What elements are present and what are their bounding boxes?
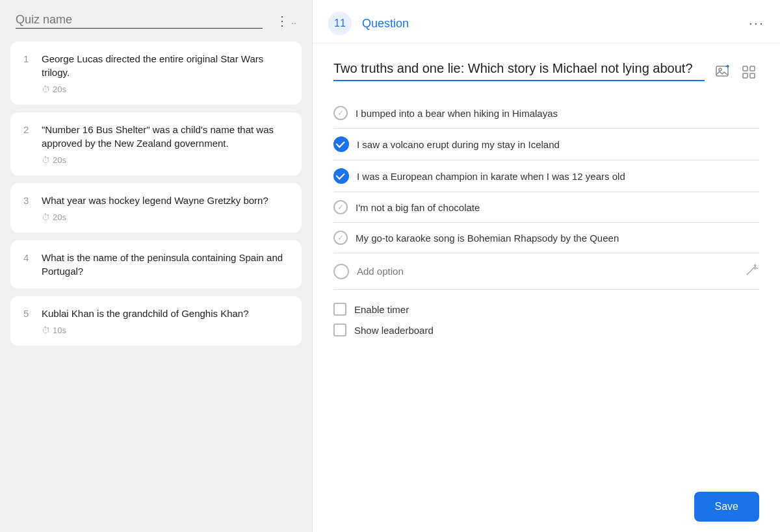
question-number-4: 4 [23, 252, 34, 263]
enable-timer-label: Enable timer [354, 304, 409, 315]
question-number-3: 3 [23, 195, 34, 206]
grid-icon[interactable] [738, 62, 759, 82]
timer-value-2: 20s [53, 155, 66, 165]
image-upload-icon[interactable] [712, 62, 733, 82]
svg-rect-5 [750, 73, 755, 78]
question-card-5[interactable]: 5 Kublai Khan is the grandchild of Gengh… [10, 296, 302, 346]
add-option-input[interactable] [357, 266, 737, 277]
check-mark-1: ✓ [337, 108, 344, 118]
question-text-5: Kublai Khan is the grandchild of Genghis… [42, 307, 249, 320]
svg-rect-3 [750, 66, 755, 71]
show-leaderboard-checkbox[interactable] [333, 323, 346, 336]
save-button[interactable]: Save [694, 492, 759, 522]
timer-value-1: 20s [53, 84, 66, 94]
svg-point-1 [719, 68, 722, 71]
question-header: 11 Question ··· [313, 0, 780, 44]
dots-extra: .. [291, 16, 296, 26]
question-card-4[interactable]: 4 What is the name of the peninsula cont… [10, 240, 302, 288]
svg-line-6 [747, 268, 754, 275]
question-card-3[interactable]: 3 What year was hockey legend Wayne Gret… [10, 183, 302, 233]
quiz-name-input[interactable] [16, 13, 263, 29]
three-dots-icon[interactable]: ⋮ [276, 13, 289, 29]
timer-icon-3: ⏱ [42, 212, 50, 222]
magic-wand-icon[interactable] [745, 262, 759, 280]
question-text-2: "Number 16 Bus Shelter" was a child's na… [42, 123, 289, 150]
option-row-2[interactable]: I saw a volcano erupt during my stay in … [333, 129, 759, 160]
right-panel: 11 Question ··· [312, 0, 780, 532]
header-menu-icon[interactable]: ··· [749, 15, 764, 32]
show-leaderboard-label: Show leaderboard [354, 325, 434, 336]
svg-rect-2 [743, 66, 748, 71]
checkboxes-section: Enable timer Show leaderboard [333, 303, 759, 336]
option-text-4: I'm not a big fan of chocolate [356, 201, 759, 214]
timer-icon-1: ⏱ [42, 84, 50, 94]
option-circle-2[interactable] [333, 136, 349, 152]
checkbox-row-timer[interactable]: Enable timer [333, 303, 759, 316]
option-row-4[interactable]: ✓ I'm not a big fan of chocolate [333, 192, 759, 223]
option-row-3[interactable]: I was a European champion in karate when… [333, 160, 759, 192]
add-option-row[interactable] [333, 253, 759, 290]
question-label: Question [362, 17, 738, 31]
question-text-1: George Lucas directed the entire origina… [42, 52, 289, 79]
option-circle-4[interactable]: ✓ [333, 200, 348, 214]
option-text-5: My go-to karaoke song is Bohemian Rhapso… [356, 231, 759, 245]
option-row-1[interactable]: ✓ I bumped into a bear when hiking in Hi… [333, 98, 759, 129]
question-text-3: What year was hockey legend Wayne Gretzk… [42, 194, 268, 207]
option-circle-1[interactable]: ✓ [333, 106, 348, 120]
option-text-3: I was a European champion in karate when… [357, 170, 759, 183]
question-number-2: 2 [23, 124, 34, 135]
question-card-1[interactable]: 1 George Lucas directed the entire origi… [10, 42, 302, 105]
question-text-4: What is the name of the peninsula contai… [42, 251, 289, 278]
quiz-menu-icon[interactable]: ⋮ .. [276, 13, 296, 29]
question-title-icons [712, 62, 759, 82]
timer-icon-5: ⏱ [42, 325, 50, 335]
enable-timer-checkbox[interactable] [333, 303, 346, 316]
check-mark-5: ✓ [337, 233, 344, 242]
option-text-2: I saw a volcano erupt during my stay in … [357, 138, 759, 151]
question-title-row [333, 59, 759, 82]
timer-icon-2: ⏱ [42, 155, 50, 165]
option-circle-5[interactable]: ✓ [333, 231, 348, 245]
option-circle-3[interactable] [333, 168, 349, 184]
question-number-5: 5 [23, 308, 34, 319]
left-panel: ⋮ .. 1 George Lucas directed the entire … [0, 0, 312, 532]
question-number-badge: 11 [328, 12, 352, 35]
checkbox-row-leaderboard[interactable]: Show leaderboard [333, 323, 759, 336]
question-number-1: 1 [23, 53, 34, 64]
timer-value-3: 20s [53, 212, 66, 222]
add-option-circle[interactable] [333, 264, 349, 279]
option-text-1: I bumped into a bear when hiking in Hima… [356, 107, 759, 120]
option-row-5[interactable]: ✓ My go-to karaoke song is Bohemian Rhap… [333, 223, 759, 253]
options-list: ✓ I bumped into a bear when hiking in Hi… [333, 98, 759, 290]
question-content: ✓ I bumped into a bear when hiking in Hi… [313, 44, 780, 481]
question-card-2[interactable]: 2 "Number 16 Bus Shelter" was a child's … [10, 112, 302, 175]
svg-rect-4 [743, 73, 748, 78]
timer-value-5: 10s [53, 325, 66, 335]
check-mark-4: ✓ [337, 203, 344, 212]
save-btn-row: Save [313, 481, 780, 532]
quiz-name-row: ⋮ .. [10, 13, 302, 29]
question-title-input[interactable] [333, 59, 705, 81]
questions-list: 1 George Lucas directed the entire origi… [10, 42, 302, 353]
